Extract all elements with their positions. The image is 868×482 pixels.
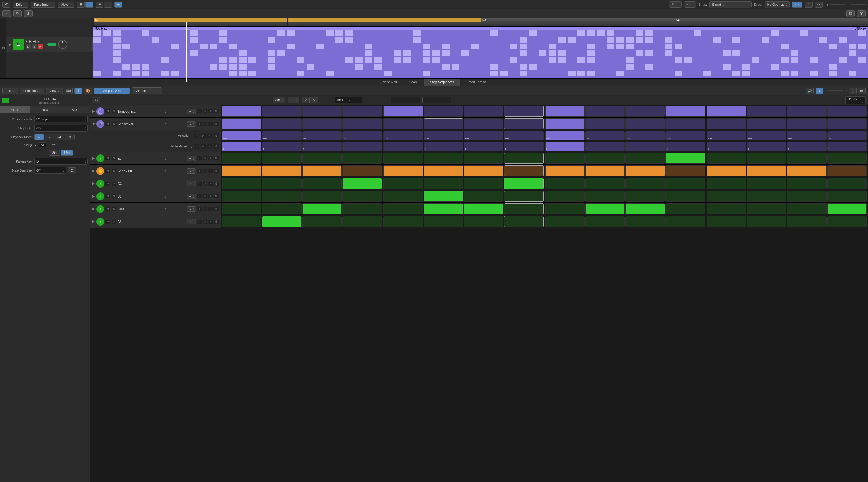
- vfit-icon[interactable]: ⇕: [815, 88, 824, 94]
- delete-row-icon[interactable]: 🗑: [214, 207, 219, 211]
- tab-pattern[interactable]: Pattern: [0, 106, 30, 113]
- step-cell[interactable]: [383, 165, 423, 176]
- step-cell[interactable]: [504, 118, 544, 130]
- functions-menu[interactable]: Functions⌄: [31, 1, 55, 7]
- step-cell[interactable]: [262, 216, 301, 227]
- playhead[interactable]: [186, 22, 187, 82]
- step-cell[interactable]: [262, 152, 301, 164]
- step-cell[interactable]: [585, 165, 625, 176]
- nudge-right-icon[interactable]: ▷: [201, 144, 206, 149]
- step-cell[interactable]: [424, 165, 463, 176]
- row-mute-button[interactable]: M: [105, 156, 110, 161]
- step-subcell[interactable]: 100: [787, 131, 827, 140]
- row-mute-button[interactable]: M: [105, 207, 110, 211]
- step-cell[interactable]: [262, 178, 301, 189]
- step-cell[interactable]: [747, 191, 786, 202]
- disclosure-icon[interactable]: ▶: [92, 207, 95, 211]
- step-subcell[interactable]: 100: [222, 131, 261, 140]
- solo-safe-button[interactable]: S: [24, 10, 33, 17]
- seq-row-header[interactable]: ▶ ♪ M S G#3 ▴▾ →▴▾ ◁ ▷ ≡ 🗑: [90, 203, 221, 215]
- step-cell[interactable]: [504, 191, 544, 202]
- step-cell[interactable]: [707, 106, 746, 117]
- row-stepper[interactable]: ▴▾: [165, 109, 166, 113]
- row-stepper[interactable]: ▴▾: [165, 194, 166, 198]
- add-row-button[interactable]: +⌄: [93, 97, 100, 103]
- step-cell[interactable]: [342, 165, 382, 176]
- step-cell[interactable]: [424, 203, 463, 215]
- row-solo-button[interactable]: S: [112, 122, 116, 126]
- waveform-icon[interactable]: 〰: [792, 1, 802, 7]
- step-cell[interactable]: [302, 118, 342, 130]
- step-subcell[interactable]: 1: [747, 142, 786, 151]
- step-cell[interactable]: [665, 152, 705, 164]
- delete-icon[interactable]: 🗑: [214, 144, 219, 149]
- step-rate-select[interactable]: /16▴▾: [34, 125, 88, 132]
- step-cell[interactable]: [625, 216, 665, 227]
- swing-value[interactable]: 63: [38, 142, 46, 147]
- info-icon[interactable]: ⓘ: [74, 88, 82, 94]
- ed-vzoom-slider[interactable]: [828, 90, 843, 91]
- preview-icon[interactable]: 🔊: [806, 88, 814, 94]
- step-cell[interactable]: [504, 165, 544, 176]
- step-cell[interactable]: [545, 118, 585, 130]
- step-cell[interactable]: [222, 118, 261, 130]
- step-cell[interactable]: [464, 178, 503, 189]
- region-lane[interactable]: 808 Flex808 Flex: [93, 27, 868, 79]
- row-menu-icon[interactable]: ≡: [208, 169, 213, 173]
- tab-step-sequencer[interactable]: Step Sequencer: [424, 79, 460, 86]
- disclosure-icon[interactable]: ▶: [92, 109, 95, 113]
- delete-icon[interactable]: 🗑: [214, 134, 219, 138]
- step-subcell[interactable]: 100: [545, 131, 585, 140]
- step-cell[interactable]: [504, 178, 544, 189]
- step-cell[interactable]: [625, 165, 665, 176]
- step-cell[interactable]: [424, 152, 463, 164]
- hzoom-slider[interactable]: [850, 4, 866, 5]
- step-cell[interactable]: [665, 118, 705, 130]
- disclosure-icon[interactable]: ▶: [92, 169, 95, 173]
- step-subcell[interactable]: 1: [302, 142, 342, 151]
- automation-icon[interactable]: ↗: [96, 1, 103, 7]
- step-cell[interactable]: [545, 165, 585, 176]
- pan-knob[interactable]: [58, 40, 67, 49]
- step-cell[interactable]: [464, 106, 503, 117]
- view-menu[interactable]: View⌄: [58, 1, 75, 7]
- filter-icon[interactable]: ◫: [846, 10, 855, 17]
- step-cell[interactable]: [464, 203, 503, 215]
- seq-row-header[interactable]: ▶ ◯ M S Tambourin… ▴▾ →▴▾ ◁ ▷ ≡ 🗑: [90, 105, 221, 117]
- step-cell[interactable]: [342, 203, 382, 215]
- row-direction[interactable]: →▴▾: [187, 121, 196, 127]
- row-menu-icon[interactable]: ≡: [208, 109, 213, 113]
- nudge-right-icon[interactable]: ▷: [201, 134, 206, 138]
- step-cell[interactable]: [383, 118, 423, 130]
- step-cell[interactable]: [222, 216, 261, 227]
- step-subcell[interactable]: 100: [464, 131, 503, 140]
- snap-select[interactable]: Smart▴▾: [710, 1, 752, 8]
- step-cell[interactable]: [342, 191, 382, 202]
- step-cell[interactable]: [625, 203, 665, 215]
- step-cell[interactable]: [302, 165, 342, 176]
- step-subcell[interactable]: 1: [707, 142, 746, 151]
- step-cell[interactable]: [665, 191, 705, 202]
- seq-row-header[interactable]: ▶ 👏 M S Snap - 80… ▴▾ →▴▾ ◁ ▷ ≡ 🗑: [90, 165, 221, 177]
- seq-row-header[interactable]: ▶ ♪ M S A3 ▴▾ →▴▾ ◁ ▷ ≡ 🗑: [90, 215, 221, 228]
- step-onoff-select[interactable]: Step On/Off: [94, 88, 130, 94]
- row-mute-button[interactable]: M: [105, 181, 110, 186]
- row-stepper[interactable]: ▴▾: [165, 156, 166, 161]
- step-cell[interactable]: [585, 152, 625, 164]
- nudge-right-icon[interactable]: ▷: [203, 156, 207, 161]
- delete-row-icon[interactable]: 🗑: [214, 194, 219, 198]
- disclosure-icon[interactable]: ▶: [92, 181, 95, 186]
- row-mute-button[interactable]: M: [105, 122, 110, 126]
- duplicate-track-button[interactable]: ⧉: [13, 10, 22, 17]
- delete-row-icon[interactable]: 🗑: [214, 122, 219, 126]
- step-subcell[interactable]: 100: [585, 131, 625, 140]
- step-cell[interactable]: [302, 216, 342, 227]
- step-cell[interactable]: [424, 178, 463, 189]
- step-cell[interactable]: [747, 178, 786, 189]
- step-cell[interactable]: [262, 191, 301, 202]
- delete-row-icon[interactable]: 🗑: [214, 181, 219, 186]
- tab-piano-roll[interactable]: Piano Roll: [376, 79, 403, 86]
- ruler[interactable]: 61 62 63 64: [93, 18, 868, 27]
- swing-dec-button[interactable]: ⌄: [34, 143, 37, 147]
- step-cell[interactable]: [827, 191, 867, 202]
